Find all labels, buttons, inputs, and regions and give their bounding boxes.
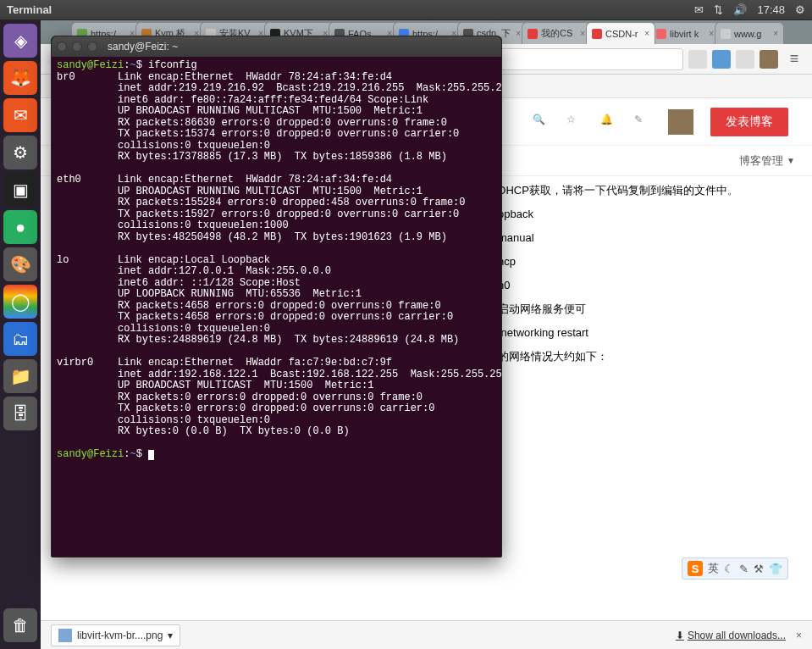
chrome-menu-button[interactable]: ≡ (783, 48, 805, 70)
favicon (528, 29, 538, 39)
terminal-window[interactable]: sandy@Feizi: ~ sandy@Feizi:~$ ifconfig b… (51, 36, 502, 557)
close-window-icon[interactable] (57, 42, 67, 52)
gear-icon[interactable]: ⚙ (795, 3, 805, 16)
download-arrow-icon: ⬇ (676, 630, 684, 641)
browser-tab[interactable]: 我的CS× (522, 22, 591, 44)
mail-icon[interactable]: ✉ (694, 3, 704, 16)
browser-tab[interactable]: www.g× (715, 22, 784, 44)
search-icon[interactable]: 🔍 (533, 114, 550, 130)
pen-icon[interactable]: ✎ (739, 563, 748, 575)
download-filename: libvirt-kvm-br....png (77, 630, 163, 641)
tab-title: CSDN-r (605, 29, 643, 39)
article-line: 的网络情况大约如下： (498, 347, 812, 366)
moon-icon[interactable]: ☾ (724, 563, 734, 575)
favicon (656, 29, 666, 39)
chrome-icon[interactable]: ◯ (3, 285, 37, 319)
bell-icon[interactable]: 🔔 (600, 114, 617, 130)
close-tab-icon[interactable]: × (516, 29, 521, 38)
sogou-logo: S (688, 561, 703, 576)
favicon (721, 29, 731, 39)
close-tab-icon[interactable]: × (644, 29, 649, 38)
thunderbird-icon[interactable]: ✉ (3, 98, 37, 132)
network-icon[interactable]: ⇅ (714, 3, 723, 16)
chevron-down-icon: ▼ (787, 156, 795, 165)
clock[interactable]: 17:48 (757, 3, 785, 16)
download-item[interactable]: libvirt-kvm-br....png ▾ (51, 624, 180, 646)
chevron-down-icon[interactable]: ▾ (168, 630, 173, 641)
tab-title: libvirt k (670, 29, 707, 39)
maximize-window-icon[interactable] (87, 42, 97, 52)
star-icon[interactable]: ☆ (566, 114, 583, 130)
show-all-downloads[interactable]: ⬇ Show all downloads... (676, 630, 786, 641)
sogou-lang: 英 (708, 561, 719, 576)
trash-icon[interactable]: 🗑 (3, 608, 37, 642)
firefox-icon[interactable]: 🦊 (3, 61, 37, 95)
article-line: opback (498, 205, 812, 224)
download-shelf: libvirt-kvm-br....png ▾ ⬇ Show all downl… (41, 620, 812, 649)
drive-icon[interactable]: 🗄 (3, 397, 37, 430)
close-tab-icon[interactable]: × (580, 29, 585, 38)
article-line: /networking restart (498, 324, 812, 342)
article-line: DHCP获取，请将一下代码复制到编辑的文件中。 (498, 181, 812, 200)
system-tray: ✉ ⇅ 🔊 17:48 ⚙ (694, 3, 805, 16)
file-icon (58, 629, 72, 642)
active-app-label: Terminal (7, 3, 52, 16)
profile-icon[interactable] (760, 50, 778, 69)
files-icon[interactable]: 🗂 (3, 322, 37, 356)
folder-icon[interactable]: 📁 (3, 359, 37, 393)
app-icon[interactable]: ● (3, 210, 37, 244)
browser-tab[interactable]: libvirt k× (650, 22, 720, 44)
blog-mgmt-label: 博客管理 (739, 153, 783, 169)
desktop: https:/×Kvm 桥×安装KV×KVM下×FAQs×https:/×csd… (41, 20, 812, 649)
gimp-icon[interactable]: 🎨 (3, 247, 37, 281)
terminal-titlebar[interactable]: sandy@Feizi: ~ (52, 36, 501, 57)
unity-launcher: ◈ 🦊 ✉ ⚙ ▣ ● 🎨 ◯ 🗂 📁 🗄 🗑 (0, 20, 41, 649)
edit-icon[interactable]: ✎ (634, 114, 651, 130)
article-line: hcp (498, 252, 812, 271)
terminal-body[interactable]: sandy@Feizi:~$ ifconfig br0 Link encap:E… (52, 57, 501, 557)
article-line: h0 (498, 276, 812, 295)
tools-icon[interactable]: ⚒ (754, 563, 764, 575)
dash-icon[interactable]: ◈ (3, 24, 37, 58)
tab-title: www.g (734, 29, 771, 39)
article-line: 启动网络服务便可 (498, 300, 812, 319)
avatar[interactable] (668, 109, 693, 135)
close-tab-icon[interactable]: × (773, 29, 778, 38)
minimize-window-icon[interactable] (72, 42, 82, 52)
tab-title: 我的CS (541, 27, 578, 40)
close-shelf-button[interactable]: × (796, 630, 802, 641)
publish-button[interactable]: 发表博客 (710, 108, 788, 136)
terminal-title: sandy@Feizi: ~ (108, 41, 178, 53)
browser-tab[interactable]: CSDN-r× (586, 22, 655, 44)
extension-icon[interactable] (712, 50, 731, 69)
terminal-icon[interactable]: ▣ (3, 173, 37, 207)
global-menubar: Terminal ✉ ⇅ 🔊 17:48 ⚙ (0, 0, 812, 20)
settings-icon[interactable]: ⚙ (3, 136, 37, 169)
volume-icon[interactable]: 🔊 (733, 3, 747, 16)
extension-icon[interactable] (736, 50, 754, 69)
extension-icon[interactable] (688, 50, 707, 69)
article-line: manual (498, 229, 812, 247)
sogou-widget[interactable]: S 英 ☾ ✎ ⚒ 👕 (682, 557, 788, 580)
favicon (592, 29, 602, 39)
skin-icon[interactable]: 👕 (769, 563, 782, 575)
close-tab-icon[interactable]: × (709, 29, 714, 38)
